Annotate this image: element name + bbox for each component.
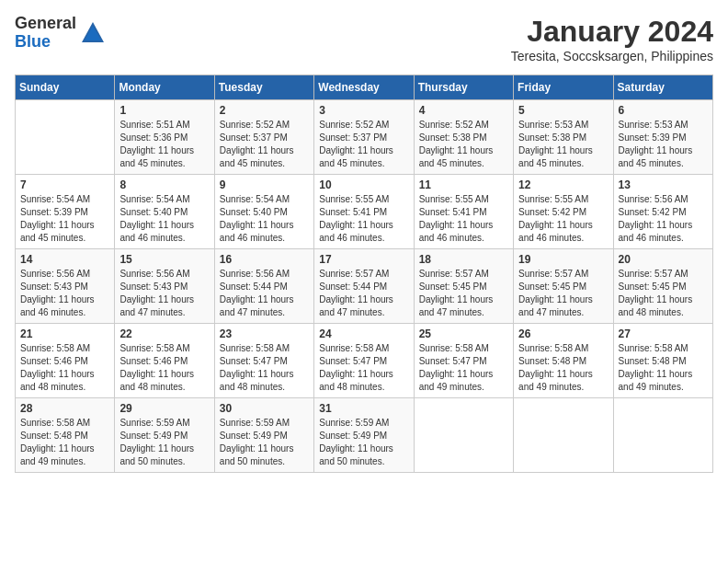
day-number: 29 [119,402,209,415]
day-number: 8 [119,178,209,191]
calendar-cell: 19Sunrise: 5:57 AM Sunset: 5:45 PM Dayli… [514,249,613,324]
calendar-cell [514,398,613,473]
day-info: Sunrise: 5:59 AM Sunset: 5:49 PM Dayligh… [119,417,209,468]
day-info: Sunrise: 5:52 AM Sunset: 5:38 PM Dayligh… [419,119,508,170]
calendar-cell: 26Sunrise: 5:58 AM Sunset: 5:48 PM Dayli… [514,324,613,398]
day-number: 13 [619,178,708,191]
day-number: 9 [220,178,309,191]
calendar-cell: 31Sunrise: 5:59 AM Sunset: 5:49 PM Dayli… [314,398,414,473]
calendar-cell [613,398,712,473]
calendar-cell: 10Sunrise: 5:55 AM Sunset: 5:41 PM Dayli… [314,175,414,249]
title-block: January 2024 Teresita, Soccsksargen, Phi… [511,15,713,63]
calendar-cell: 14Sunrise: 5:56 AM Sunset: 5:43 PM Dayli… [16,249,115,324]
calendar-cell: 7Sunrise: 5:54 AM Sunset: 5:39 PM Daylig… [16,175,115,249]
day-info: Sunrise: 5:53 AM Sunset: 5:39 PM Dayligh… [619,119,708,170]
day-info: Sunrise: 5:54 AM Sunset: 5:40 PM Dayligh… [119,193,209,245]
calendar-cell [414,398,513,473]
calendar-cell: 27Sunrise: 5:58 AM Sunset: 5:48 PM Dayli… [613,324,712,398]
day-info: Sunrise: 5:59 AM Sunset: 5:49 PM Dayligh… [220,417,309,468]
day-number: 14 [20,253,109,266]
day-info: Sunrise: 5:58 AM Sunset: 5:46 PM Dayligh… [20,342,109,394]
day-info: Sunrise: 5:58 AM Sunset: 5:48 PM Dayligh… [518,342,608,394]
day-info: Sunrise: 5:57 AM Sunset: 5:45 PM Dayligh… [419,268,508,319]
day-number: 10 [319,178,408,191]
day-info: Sunrise: 5:51 AM Sunset: 5:36 PM Dayligh… [119,119,209,170]
day-number: 27 [619,327,708,340]
calendar-cell: 1Sunrise: 5:51 AM Sunset: 5:36 PM Daylig… [115,100,214,175]
day-header-sunday: Sunday [16,75,115,100]
day-number: 6 [619,104,708,117]
month-year-title: January 2024 [511,15,713,49]
day-header-monday: Monday [115,75,214,100]
calendar-cell: 24Sunrise: 5:58 AM Sunset: 5:47 PM Dayli… [314,324,414,398]
calendar-cell: 13Sunrise: 5:56 AM Sunset: 5:42 PM Dayli… [613,175,712,249]
day-number: 2 [220,104,309,117]
day-number: 4 [419,104,508,117]
calendar-cell: 5Sunrise: 5:53 AM Sunset: 5:38 PM Daylig… [514,100,613,175]
calendar-table: SundayMondayTuesdayWednesdayThursdayFrid… [15,75,713,473]
day-header-friday: Friday [514,75,613,100]
calendar-week-row: 14Sunrise: 5:56 AM Sunset: 5:43 PM Dayli… [16,249,713,324]
day-number: 15 [119,253,209,266]
calendar-cell: 8Sunrise: 5:54 AM Sunset: 5:40 PM Daylig… [115,175,214,249]
day-header-saturday: Saturday [613,75,712,100]
calendar-cell: 28Sunrise: 5:58 AM Sunset: 5:48 PM Dayli… [16,398,115,473]
day-number: 12 [518,178,608,191]
day-number: 23 [220,327,309,340]
calendar-cell: 20Sunrise: 5:57 AM Sunset: 5:45 PM Dayli… [613,249,712,324]
calendar-cell: 17Sunrise: 5:57 AM Sunset: 5:44 PM Dayli… [314,249,414,324]
logo-icon [80,20,106,46]
day-number: 5 [518,104,608,117]
calendar-cell: 18Sunrise: 5:57 AM Sunset: 5:45 PM Dayli… [414,249,513,324]
day-info: Sunrise: 5:56 AM Sunset: 5:43 PM Dayligh… [20,268,109,319]
calendar-cell: 30Sunrise: 5:59 AM Sunset: 5:49 PM Dayli… [214,398,313,473]
day-info: Sunrise: 5:58 AM Sunset: 5:48 PM Dayligh… [20,417,109,468]
day-number: 25 [419,327,508,340]
day-number: 28 [20,402,109,415]
day-info: Sunrise: 5:55 AM Sunset: 5:41 PM Dayligh… [319,193,408,245]
day-info: Sunrise: 5:52 AM Sunset: 5:37 PM Dayligh… [319,119,408,170]
calendar-cell: 25Sunrise: 5:58 AM Sunset: 5:47 PM Dayli… [414,324,513,398]
day-number: 16 [220,253,309,266]
day-header-thursday: Thursday [414,75,513,100]
calendar-cell [16,100,115,175]
day-number: 21 [20,327,109,340]
logo-blue-text: Blue [15,33,76,52]
logo-general-text: General [15,15,76,33]
calendar-week-row: 21Sunrise: 5:58 AM Sunset: 5:46 PM Dayli… [16,324,713,398]
calendar-cell: 2Sunrise: 5:52 AM Sunset: 5:37 PM Daylig… [214,100,313,175]
page-header: General Blue January 2024 Teresita, Socc… [15,15,713,63]
day-info: Sunrise: 5:55 AM Sunset: 5:42 PM Dayligh… [518,193,608,245]
day-info: Sunrise: 5:58 AM Sunset: 5:47 PM Dayligh… [419,342,508,394]
day-info: Sunrise: 5:53 AM Sunset: 5:38 PM Dayligh… [518,119,608,170]
day-info: Sunrise: 5:52 AM Sunset: 5:37 PM Dayligh… [220,119,309,170]
day-info: Sunrise: 5:58 AM Sunset: 5:48 PM Dayligh… [619,342,708,394]
day-info: Sunrise: 5:57 AM Sunset: 5:45 PM Dayligh… [518,268,608,319]
day-number: 1 [119,104,209,117]
day-header-tuesday: Tuesday [214,75,313,100]
calendar-cell: 12Sunrise: 5:55 AM Sunset: 5:42 PM Dayli… [514,175,613,249]
calendar-cell: 4Sunrise: 5:52 AM Sunset: 5:38 PM Daylig… [414,100,513,175]
calendar-week-row: 1Sunrise: 5:51 AM Sunset: 5:36 PM Daylig… [16,100,713,175]
day-info: Sunrise: 5:57 AM Sunset: 5:44 PM Dayligh… [319,268,408,319]
calendar-week-row: 7Sunrise: 5:54 AM Sunset: 5:39 PM Daylig… [16,175,713,249]
day-number: 31 [319,402,408,415]
day-number: 3 [319,104,408,117]
day-number: 26 [518,327,608,340]
day-info: Sunrise: 5:58 AM Sunset: 5:46 PM Dayligh… [119,342,209,394]
calendar-cell: 22Sunrise: 5:58 AM Sunset: 5:46 PM Dayli… [115,324,214,398]
day-info: Sunrise: 5:55 AM Sunset: 5:41 PM Dayligh… [419,193,508,245]
calendar-week-row: 28Sunrise: 5:58 AM Sunset: 5:48 PM Dayli… [16,398,713,473]
day-info: Sunrise: 5:58 AM Sunset: 5:47 PM Dayligh… [220,342,309,394]
calendar-cell: 6Sunrise: 5:53 AM Sunset: 5:39 PM Daylig… [613,100,712,175]
day-number: 18 [419,253,508,266]
calendar-header-row: SundayMondayTuesdayWednesdayThursdayFrid… [16,75,713,100]
day-number: 30 [220,402,309,415]
day-info: Sunrise: 5:59 AM Sunset: 5:49 PM Dayligh… [319,417,408,468]
calendar-cell: 11Sunrise: 5:55 AM Sunset: 5:41 PM Dayli… [414,175,513,249]
calendar-cell: 21Sunrise: 5:58 AM Sunset: 5:46 PM Dayli… [16,324,115,398]
day-number: 17 [319,253,408,266]
day-info: Sunrise: 5:57 AM Sunset: 5:45 PM Dayligh… [619,268,708,319]
calendar-cell: 23Sunrise: 5:58 AM Sunset: 5:47 PM Dayli… [214,324,313,398]
logo: General Blue [15,15,106,52]
